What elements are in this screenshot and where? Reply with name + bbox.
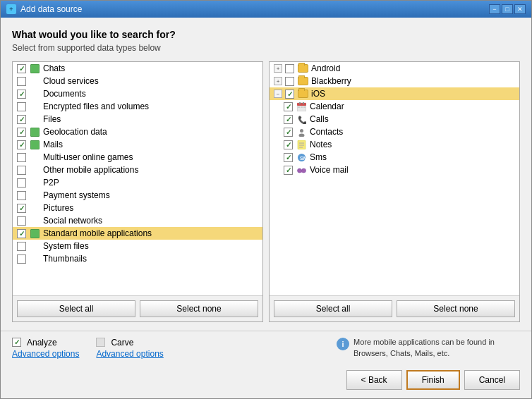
list-item[interactable]: Social networks [13, 214, 262, 227]
list-item[interactable]: Chats [13, 62, 262, 75]
checkbox-p2p[interactable] [17, 178, 26, 188]
tree-item-android[interactable]: + Android [270, 62, 519, 75]
window-icon: + [6, 4, 16, 14]
item-label: Android [311, 63, 340, 73]
tree-item-blackberry[interactable]: + Blackberry [270, 75, 519, 87]
checkbox-thumbnails[interactable] [17, 254, 26, 264]
right-panel-list[interactable]: + Android + Blackberry [270, 62, 519, 295]
contacts-icon [296, 127, 307, 137]
blackberry-expand[interactable]: + [274, 77, 282, 85]
list-item[interactable]: Geolocation data [13, 125, 262, 138]
checkbox-other-mobile[interactable] [17, 166, 26, 175]
list-item[interactable]: Files [13, 113, 262, 125]
geo-icon [29, 127, 40, 137]
right-select-none-button[interactable]: Select none [397, 300, 515, 317]
checkbox-social[interactable] [17, 216, 26, 226]
tree-item-notes[interactable]: Notes [270, 138, 519, 151]
analyze-label[interactable]: Analyze [12, 338, 79, 348]
checkbox-geo[interactable] [17, 128, 26, 137]
finish-button[interactable]: Finish [406, 370, 460, 390]
window-title: Add data source [20, 4, 82, 14]
item-label: Standard mobile applications [43, 228, 152, 238]
tree-item-sms[interactable]: SMS Sms [270, 151, 519, 164]
title-bar-controls: − □ ✕ [489, 4, 526, 14]
bottom-left: Analyze Advanced options Carve Advanced … [12, 338, 164, 359]
tree-item-contacts[interactable]: Contacts [270, 125, 519, 138]
checkbox-standard-mobile[interactable] [17, 229, 26, 238]
list-item[interactable]: Mails [13, 138, 262, 151]
list-item[interactable]: Pictures [13, 202, 262, 214]
list-item[interactable]: Thumbnails [13, 252, 262, 265]
ios-folder-icon [297, 89, 308, 99]
right-panel-buttons: Select all Select none [270, 295, 519, 321]
tree-item-calls[interactable]: 📞 Calls [270, 113, 519, 125]
checkbox-cloud[interactable] [17, 77, 26, 86]
calendar-icon [296, 102, 307, 111]
docs-icon [29, 89, 40, 99]
bottom-right: i More mobile applications can be found … [337, 337, 520, 359]
svg-rect-3 [303, 102, 304, 104]
item-label: Sms [310, 152, 327, 162]
left-panel-list[interactable]: Chats Cloud services Documents [13, 62, 262, 295]
left-select-none-button[interactable]: Select none [140, 300, 258, 317]
checkbox-voicemail[interactable] [284, 166, 293, 175]
checkbox-mails[interactable] [17, 140, 26, 149]
list-item[interactable]: Payment systems [13, 189, 262, 202]
item-label: Encrypted files and volumes [43, 102, 149, 111]
checkbox-sms[interactable] [284, 153, 293, 162]
minimize-button[interactable]: − [489, 4, 500, 14]
cancel-button[interactable]: Cancel [464, 370, 520, 390]
pictures-icon [29, 203, 40, 213]
checkbox-android[interactable] [285, 64, 294, 73]
carve-checkbox[interactable] [96, 338, 105, 347]
list-item[interactable]: P2P [13, 176, 262, 189]
checkbox-blackberry[interactable] [285, 77, 294, 86]
item-label: Pictures [43, 203, 73, 213]
checkbox-contacts[interactable] [284, 128, 293, 137]
maximize-button[interactable]: □ [502, 4, 513, 14]
checkbox-notes[interactable] [284, 140, 293, 149]
checkbox-files[interactable] [17, 115, 26, 124]
page-heading: What would you like to search for? [12, 29, 520, 40]
checkbox-pictures[interactable] [17, 204, 26, 213]
checkbox-docs[interactable] [17, 90, 26, 99]
list-item[interactable]: Encrypted files and volumes [13, 100, 262, 113]
left-select-all-button[interactable]: Select all [17, 300, 135, 317]
svg-rect-18 [299, 171, 303, 173]
analyze-checkbox[interactable] [12, 338, 21, 347]
list-item[interactable]: Cloud services [13, 75, 262, 87]
checkbox-games[interactable] [17, 153, 26, 162]
list-item[interactable]: Other mobile applications [13, 164, 262, 176]
cloud-icon [29, 76, 40, 86]
checkbox-encrypted[interactable] [17, 102, 26, 111]
ios-expand[interactable]: − [274, 90, 282, 98]
right-select-all-button[interactable]: Select all [274, 300, 392, 317]
analyze-advanced-link[interactable]: Advanced options [12, 349, 79, 359]
back-button[interactable]: < Back [346, 370, 402, 390]
other-mobile-icon [29, 165, 40, 175]
svg-text:SMS: SMS [300, 156, 306, 161]
checkbox-ios[interactable] [285, 90, 294, 99]
svg-point-9 [298, 133, 304, 137]
checkbox-calls[interactable] [284, 115, 293, 124]
svg-rect-4 [298, 106, 300, 108]
checkbox-chats[interactable] [17, 64, 26, 73]
list-item-standard-mobile[interactable]: Standard mobile applications [13, 227, 262, 240]
carve-label[interactable]: Carve [96, 338, 163, 348]
tree-item-voicemail[interactable]: Voice mail [270, 164, 519, 176]
checkbox-system[interactable] [17, 242, 26, 251]
list-item[interactable]: Multi-user online games [13, 151, 262, 164]
panels-container: Chats Cloud services Documents [12, 61, 520, 322]
list-item[interactable]: System files [13, 240, 262, 252]
tree-item-ios[interactable]: − iOS [270, 87, 519, 100]
checkbox-payment[interactable] [17, 191, 26, 200]
left-panel: Chats Cloud services Documents [12, 61, 263, 322]
android-expand[interactable]: + [274, 64, 282, 73]
tree-item-calendar[interactable]: Calendar [270, 100, 519, 113]
carve-advanced-link[interactable]: Advanced options [96, 349, 163, 359]
checkbox-calendar[interactable] [284, 102, 293, 111]
close-button[interactable]: ✕ [514, 4, 526, 14]
list-item[interactable]: Documents [13, 87, 262, 100]
item-label: Notes [310, 140, 332, 149]
item-label: Thumbnails [43, 254, 87, 264]
